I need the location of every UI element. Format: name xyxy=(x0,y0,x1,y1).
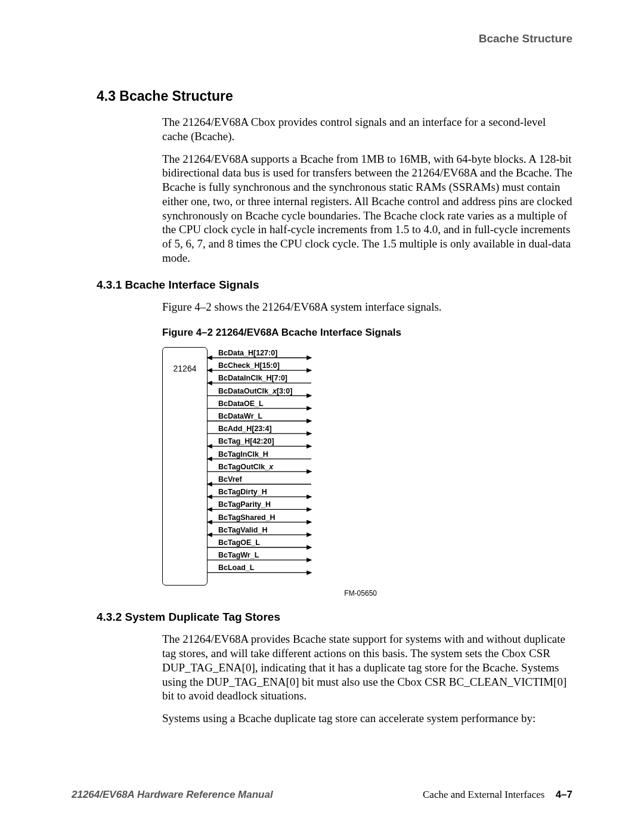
footer-manual-title: 21264/EV68A Hardware Reference Manual xyxy=(72,789,273,801)
para: The 21264/EV68A Cbox provides control si… xyxy=(162,115,572,144)
section-4-3-2-body: The 21264/EV68A provides Bcache state su… xyxy=(162,632,572,726)
svg-text:BcCheck_H[15:0]: BcCheck_H[15:0] xyxy=(218,361,280,370)
figure-caption: Figure 4–2 21264/EV68A Bcache Interface … xyxy=(162,327,572,339)
para: The 21264/EV68A provides Bcache state su… xyxy=(162,632,572,703)
chip-outline xyxy=(162,347,208,586)
page-footer: 21264/EV68A Hardware Reference Manual Ca… xyxy=(72,789,572,801)
para: Figure 4–2 shows the 21264/EV68A system … xyxy=(162,300,572,314)
section-heading-4-3-1: 4.3.1 Bcache Interface Signals xyxy=(97,278,572,292)
figure-4-2: 21264 BcData_H[127:0]BcCheck_H[15:0]BcDa… xyxy=(162,347,317,586)
svg-text:BcDataInClk_H[7:0]: BcDataInClk_H[7:0] xyxy=(218,374,287,383)
page: Bcache Structure 4.3 Bcache Structure Th… xyxy=(0,0,644,833)
footer-chapter: Cache and External Interfaces xyxy=(423,789,544,800)
section-heading-4-3: 4.3 Bcache Structure xyxy=(97,88,572,104)
svg-text:BcTagShared_H: BcTagShared_H xyxy=(218,513,275,522)
svg-text:BcLoad_L: BcLoad_L xyxy=(218,564,255,572)
section-4-3-1-body: Figure 4–2 shows the 21264/EV68A system … xyxy=(162,300,572,314)
para: Systems using a Bcache duplicate tag sto… xyxy=(162,711,572,726)
svg-text:BcTagInClk_H: BcTagInClk_H xyxy=(218,450,268,459)
svg-text:BcDataOutClk_x[3:0]: BcDataOutClk_x[3:0] xyxy=(218,387,292,395)
svg-text:BcTagWr_L: BcTagWr_L xyxy=(218,551,259,559)
svg-text:BcTagDirty_H: BcTagDirty_H xyxy=(218,488,267,496)
svg-text:BcTagOutClk_x: BcTagOutClk_x xyxy=(218,463,274,471)
svg-text:BcDataOE_L: BcDataOE_L xyxy=(218,400,264,408)
section-heading-4-3-2: 4.3.2 System Duplicate Tag Stores xyxy=(97,611,572,624)
svg-text:BcTag_H[42:20]: BcTag_H[42:20] xyxy=(218,438,274,446)
section-4-3-body: The 21264/EV68A Cbox provides control si… xyxy=(162,115,572,265)
footer-right: Cache and External Interfaces 4–7 xyxy=(423,789,572,801)
svg-text:BcVref: BcVref xyxy=(218,475,242,484)
svg-text:BcData_H[127:0]: BcData_H[127:0] xyxy=(218,349,277,357)
running-head: Bcache Structure xyxy=(72,32,572,45)
figure-code: FM-05650 xyxy=(162,589,377,597)
svg-text:BcAdd_H[23:4]: BcAdd_H[23:4] xyxy=(218,425,272,433)
para: The 21264/EV68A supports a Bcache from 1… xyxy=(162,152,572,265)
chip-label: 21264 xyxy=(162,364,208,373)
svg-text:BcDataWr_L: BcDataWr_L xyxy=(218,412,262,420)
svg-text:BcTagOE_L: BcTagOE_L xyxy=(218,538,260,547)
footer-page-number: 4–7 xyxy=(556,789,572,800)
svg-text:BcTagValid_H: BcTagValid_H xyxy=(218,526,267,534)
svg-text:BcTagParity_H: BcTagParity_H xyxy=(218,501,271,509)
